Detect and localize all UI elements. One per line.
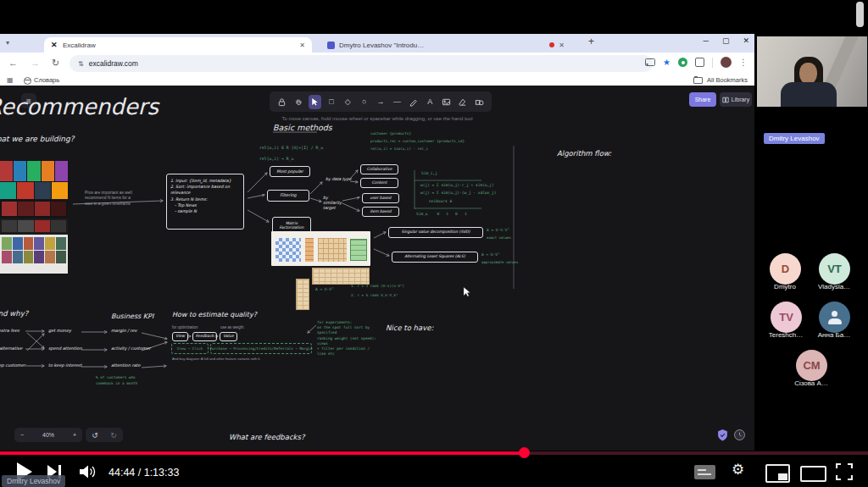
volume-icon[interactable] <box>80 465 98 479</box>
site-settings-icon[interactable]: ⇅ <box>78 60 84 68</box>
bookmark-star-icon[interactable]: ★ <box>663 58 670 67</box>
divider <box>712 58 713 68</box>
refresh-button[interactable]: ↻ <box>52 58 59 69</box>
encryption-shield-icon[interactable] <box>717 429 728 441</box>
bookmark-item[interactable]: Словарь <box>34 76 59 84</box>
formula-text: rel(u,i) ∈ R |U|×|I| / R_u <box>259 146 323 150</box>
webcam-tile[interactable] <box>757 36 867 107</box>
node-most-popular: Most popular <box>270 166 310 177</box>
progress-bar[interactable] <box>0 451 868 455</box>
apps-grid-icon[interactable]: ▦ <box>7 76 14 84</box>
kpi-value: activity / customer <box>111 346 151 351</box>
tab-search-chevron-icon[interactable]: ▾ <box>6 39 9 47</box>
zoom-out-button[interactable]: − <box>20 432 24 438</box>
kpi-green-note: % of customers who <box>96 375 136 379</box>
participant-avatar[interactable] <box>819 302 850 333</box>
window-minimize-button[interactable]: ─ <box>704 36 709 45</box>
profile-avatar[interactable] <box>721 57 732 68</box>
formula-text: w(j) = Σ sim(u,j)·(w_j · value_j) <box>420 191 496 195</box>
forward-button[interactable]: → <box>31 58 40 68</box>
user-factors-image <box>305 238 314 262</box>
back-button[interactable]: ← <box>8 58 18 68</box>
theater-mode-button[interactable] <box>800 466 826 482</box>
miniplayer-button[interactable] <box>765 464 790 483</box>
node-svd: Singular value decomposition (SVD) <box>388 227 483 238</box>
formula-text: A = U·S·Vᵀ <box>487 228 509 232</box>
ellipse-tool-icon[interactable]: ○ <box>358 95 370 109</box>
formula-text: rel(u,i) = sim(u,i) · rel_i <box>370 147 428 151</box>
zoom-level[interactable]: 40% <box>42 432 54 438</box>
presenter-shoulders <box>781 82 837 107</box>
panel-scrollbar[interactable] <box>856 2 864 27</box>
image-tool-icon[interactable] <box>440 95 453 109</box>
formula-text: Sim_u 0 1 0 1 <box>416 212 467 216</box>
quality-label: for optimization <box>172 325 198 329</box>
url-field[interactable]: ⇅ excalidraw.com <box>70 55 653 72</box>
participant-avatar[interactable]: D <box>770 253 801 285</box>
library-button[interactable]: Library <box>720 92 752 107</box>
help-clock-icon[interactable] <box>733 429 746 441</box>
line-tool-icon[interactable]: — <box>391 95 403 109</box>
all-bookmarks-label: All Bookmarks <box>707 76 748 84</box>
kpi-value: margin / rev <box>111 328 136 333</box>
tab-youtube-video[interactable]: Dmytro Levashov "Introdu… ✕ <box>322 37 570 53</box>
time-display: 44:44 / 1:13:33 <box>108 467 179 479</box>
tab-close-icon[interactable]: ✕ <box>299 42 305 49</box>
text-tool-icon[interactable]: A <box>424 95 437 109</box>
draw-tool-icon[interactable] <box>407 95 420 109</box>
zoom-in-button[interactable]: + <box>73 432 76 438</box>
formula-text: products_rec = custom_customer {products… <box>370 139 465 143</box>
diamond-tool-icon[interactable]: ◇ <box>342 95 354 109</box>
window-maximize-button[interactable]: ▢ <box>722 36 730 45</box>
book-icon <box>722 97 729 103</box>
step-line: 2. Sort: importance based on relevance <box>170 184 240 196</box>
window-close-button[interactable]: ✕ <box>743 36 749 45</box>
selection-tool-icon[interactable] <box>309 95 321 109</box>
eraser-tool-icon[interactable] <box>456 95 469 109</box>
zoom-controls: − 40% + <box>14 428 82 442</box>
formula-text: 2. r = k rank U_k·V_kᵀ <box>351 293 398 297</box>
participant-avatar[interactable]: VT <box>819 253 850 285</box>
algorithm-steps-box: 1. Input: {item_id, metadata} 2. Sort: i… <box>166 174 244 230</box>
undo-button[interactable]: ↺ <box>92 431 98 440</box>
extension-green-icon[interactable] <box>678 58 687 67</box>
tab-title: Excalidraw <box>63 42 295 49</box>
participant-avatar[interactable]: CM <box>796 350 827 381</box>
kpi-left: to keep customer <box>0 362 25 368</box>
excalidraw-canvas[interactable]: ≡ □ ◇ ○ → — A <box>0 86 754 451</box>
url-text: excalidraw.com <box>89 59 138 68</box>
rectangle-tool-icon[interactable]: □ <box>325 95 337 109</box>
all-bookmarks-button[interactable]: All Bookmarks <box>693 76 748 84</box>
cast-icon[interactable] <box>645 58 655 67</box>
library-label: Library <box>732 97 749 102</box>
lock-tool-icon[interactable] <box>275 95 288 109</box>
feedback-chain-text: Purchase → Processing/Credits/Referrals … <box>210 346 313 351</box>
hand-tool-icon[interactable] <box>292 95 304 109</box>
formula-text: exact values <box>487 235 511 240</box>
settings-gear-icon[interactable]: ⚙ <box>732 461 744 478</box>
fullscreen-button[interactable] <box>836 463 853 480</box>
shapes-tool-icon[interactable] <box>473 95 486 109</box>
node-view: View <box>172 332 188 341</box>
excalidraw-toolbar: □ ◇ ○ → — A <box>270 91 492 112</box>
participant-name: Vladysla… <box>808 283 860 291</box>
kpi-mid: get money <box>48 328 71 333</box>
browser-menu-icon[interactable]: ⋮ <box>739 58 748 67</box>
nice-note-line: + filter per condition / like etc <box>317 346 376 357</box>
feedback-chain-text: View → Click <box>177 346 203 351</box>
quality-footnote: And buy diagram: A full and other featur… <box>172 357 260 361</box>
participant-avatar[interactable]: TV <box>771 302 802 333</box>
bookmark-favicon-icon <box>24 77 31 85</box>
folder-icon <box>693 77 703 84</box>
arrow-tool-icon[interactable]: → <box>374 95 387 109</box>
tab-close-icon[interactable]: ✕ <box>559 42 565 49</box>
step-line: 1. Input: {item_id, metadata} <box>170 178 240 184</box>
subtitles-button[interactable] <box>694 465 715 479</box>
share-button[interactable]: Share <box>689 92 716 107</box>
tab-excalidraw[interactable]: ✕ Excalidraw ✕ <box>44 37 312 53</box>
formula-text: A ≈ U·Vᵀ <box>481 252 500 257</box>
redo-button[interactable]: ↻ <box>110 431 117 440</box>
extensions-icon[interactable] <box>695 58 704 67</box>
new-tab-button[interactable]: + <box>588 36 594 47</box>
formula-text: approximate values <box>481 260 518 264</box>
